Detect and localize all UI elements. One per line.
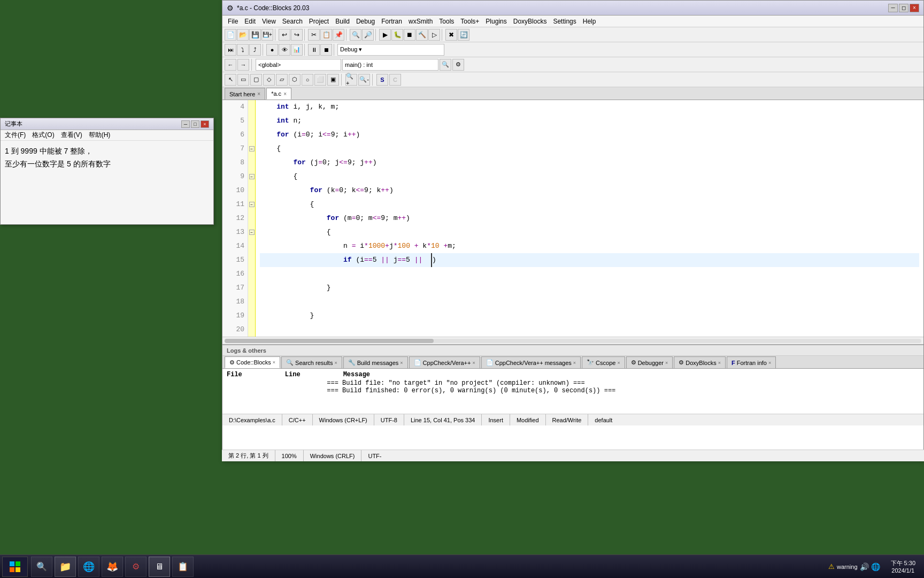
tb-debug[interactable]: 🐛	[391, 29, 403, 41]
tb-redo[interactable]: ↪	[291, 29, 303, 41]
fortran-close[interactable]: ×	[768, 360, 771, 366]
tb-saveall[interactable]: 💾+	[261, 29, 273, 41]
notepad-minimize-btn[interactable]: ─	[181, 120, 190, 128]
notepad-menu-help[interactable]: 帮助(H)	[89, 131, 111, 140]
log-tab-search[interactable]: 🔍 Search results ×	[281, 356, 342, 368]
notepad-close-btn[interactable]: ×	[201, 120, 209, 128]
tb-rebuild[interactable]: 🔄	[458, 29, 469, 41]
tb-rect1[interactable]: ▭	[237, 74, 249, 86]
tb-para[interactable]: ▱	[276, 74, 288, 86]
menu-wxsmith[interactable]: wxSmith	[405, 17, 436, 26]
tb-search[interactable]: 🔍	[350, 29, 361, 41]
cppcheck-msgs-close[interactable]: ×	[573, 360, 576, 366]
taskbar-browser2[interactable]: 🦊	[102, 557, 123, 577]
tb-replace[interactable]: 🔎	[362, 29, 374, 41]
tb-diamond[interactable]: ◇	[263, 74, 275, 86]
build-tab-close[interactable]: ×	[400, 360, 403, 366]
tb3-forward[interactable]: →	[237, 59, 249, 71]
menu-settings[interactable]: Settings	[550, 17, 579, 26]
tb-hex[interactable]: ⬡	[289, 74, 301, 86]
start-button[interactable]	[2, 557, 28, 577]
tray-volume[interactable]: 🔊	[860, 562, 869, 571]
code-content[interactable]: int i, j, k, m; int n; for (i=0; i<=9; i…	[256, 100, 923, 337]
menu-doxyblocks[interactable]: DoxyBlocks	[510, 17, 550, 26]
tb2-stepout[interactable]: ⤴	[249, 44, 261, 56]
tb2-stepinto[interactable]: ⤵	[237, 44, 249, 56]
tb-copy[interactable]: 📋	[320, 29, 332, 41]
tb-build[interactable]: 🔨	[416, 29, 428, 41]
tb3-search[interactable]: 🔍	[440, 59, 451, 71]
tb-save[interactable]: 💾	[249, 29, 261, 41]
tb-stop[interactable]: ⏹	[404, 29, 415, 41]
h-scrollbar[interactable]	[222, 337, 923, 344]
tb2-locals[interactable]: 📊	[291, 44, 303, 56]
log-tab-debugger[interactable]: ⚙ Debugger ×	[626, 356, 673, 368]
tb-circle[interactable]: ○	[302, 74, 313, 86]
tb-cut[interactable]: ✂	[308, 29, 320, 41]
fold-7[interactable]: −	[248, 142, 255, 156]
notepad-maximize-btn[interactable]: □	[191, 120, 199, 128]
notepad-menu-file[interactable]: 文件(F)	[5, 131, 26, 140]
tb2-pause[interactable]: ⏸	[308, 44, 320, 56]
menu-tools-plus[interactable]: Tools+	[457, 17, 482, 26]
tb3-settings[interactable]: ⚙	[452, 59, 464, 71]
tb-zoom-out[interactable]: 🔍-	[358, 74, 370, 86]
menu-search[interactable]: Search	[279, 17, 306, 26]
global-scope-dropdown[interactable]: <global>	[256, 59, 341, 71]
notepad-menu-view[interactable]: 查看(V)	[61, 131, 82, 140]
tray-network[interactable]: 🌐	[871, 562, 880, 571]
tb-paste[interactable]: 📌	[333, 29, 344, 41]
tb-run2[interactable]: ▷	[428, 29, 440, 41]
tb-new[interactable]: 📄	[225, 29, 236, 41]
cscope-close[interactable]: ×	[617, 360, 620, 366]
taskbar-app2[interactable]: 🖥	[149, 557, 170, 577]
tb2-stop[interactable]: ⏹	[320, 44, 332, 56]
menu-file[interactable]: File	[225, 17, 241, 26]
taskbar-clock[interactable]: 下午 5:30 2024/1/1	[884, 559, 922, 574]
debugger-close[interactable]: ×	[665, 360, 668, 366]
fold-9[interactable]: −	[248, 170, 255, 184]
log-tab-cscope[interactable]: 🔭 Cscope ×	[582, 356, 625, 368]
taskbar-app1[interactable]: ⚙	[125, 557, 147, 577]
menu-edit[interactable]: Edit	[241, 17, 259, 26]
tb2-watch[interactable]: 👁	[279, 44, 290, 56]
tb-rect2[interactable]: ▢	[250, 74, 262, 86]
log-tab-codeblocks[interactable]: ⚙ Code::Blocks ×	[225, 356, 280, 368]
tab-start-here[interactable]: Start here ×	[225, 88, 265, 100]
build-target-dropdown[interactable]: Debug ▾	[337, 44, 444, 56]
log-tab-build[interactable]: 🔧 Build messages ×	[343, 356, 408, 368]
fold-11[interactable]: −	[248, 197, 255, 211]
tb-abortbuild[interactable]: ✖	[445, 29, 457, 41]
menu-help[interactable]: Help	[580, 17, 599, 26]
tb-rect3[interactable]: ⬜	[314, 74, 326, 86]
menu-debug[interactable]: Debug	[353, 17, 378, 26]
tb2-next[interactable]: ⏭	[225, 44, 236, 56]
ide-close-btn[interactable]: ×	[910, 4, 919, 12]
menu-fortran[interactable]: Fortran	[378, 17, 405, 26]
menu-view[interactable]: View	[259, 17, 279, 26]
codeblocks-tab-close[interactable]: ×	[273, 360, 275, 365]
tab-a-c[interactable]: *a.c ×	[266, 88, 291, 100]
cppcheck-tab-close[interactable]: ×	[472, 360, 475, 366]
menu-tools[interactable]: Tools	[436, 17, 457, 26]
ide-minimize-btn[interactable]: ─	[888, 4, 898, 12]
menu-project[interactable]: Project	[306, 17, 332, 26]
log-tab-cppcheck-msgs[interactable]: 📄 CppCheck/Vera++ messages ×	[481, 356, 581, 368]
taskbar-files[interactable]: 📁	[55, 557, 76, 577]
menu-plugins[interactable]: Plugins	[482, 17, 510, 26]
tab-start-here-close[interactable]: ×	[257, 91, 260, 97]
tb-run[interactable]: ▶	[379, 29, 391, 41]
log-tab-cppcheck[interactable]: 📄 CppCheck/Vera++ ×	[409, 356, 480, 368]
tb2-breakpoint[interactable]: ●	[266, 44, 278, 56]
menu-build[interactable]: Build	[332, 17, 353, 26]
tb-undo[interactable]: ↩	[279, 29, 290, 41]
notepad-menu-format[interactable]: 格式(O)	[32, 131, 54, 140]
tb-snippet1[interactable]: S	[376, 74, 388, 86]
taskbar-browser[interactable]: 🌐	[78, 557, 99, 577]
taskbar-app3[interactable]: 📋	[172, 557, 194, 577]
ide-restore-btn[interactable]: ◻	[899, 4, 908, 12]
doxy-close[interactable]: ×	[718, 360, 721, 366]
taskbar-search[interactable]: 🔍	[31, 557, 52, 577]
fold-13[interactable]: −	[248, 225, 255, 239]
tb-roundrect[interactable]: ▣	[327, 74, 339, 86]
